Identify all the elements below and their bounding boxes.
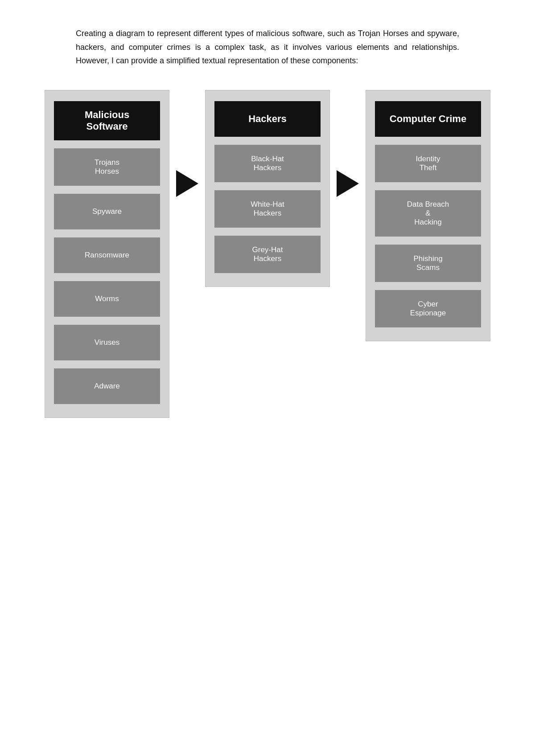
arrow-icon-2 xyxy=(337,170,359,197)
item-black-hat-hackers: Black-HatHackers xyxy=(214,145,321,182)
item-data-breach-hacking: Data Breach&Hacking xyxy=(375,190,481,237)
intro-paragraph: Creating a diagram to represent differen… xyxy=(76,27,459,68)
arrow-2 xyxy=(330,90,366,197)
arrow-icon-1 xyxy=(176,170,198,197)
item-worms: Worms xyxy=(54,281,160,317)
item-ransomware: Ransomware xyxy=(54,237,160,273)
computer-crime-column: Computer Crime IdentityTheft Data Breach… xyxy=(366,90,490,341)
hackers-column: Hackers Black-HatHackers White-HatHacker… xyxy=(205,90,330,287)
item-adware: Adware xyxy=(54,368,160,404)
item-phishing-scams: PhishingScams xyxy=(375,245,481,282)
malicious-software-header: MaliciousSoftware xyxy=(54,101,160,140)
item-identity-theft: IdentityTheft xyxy=(375,145,481,182)
item-grey-hat-hackers: Grey-HatHackers xyxy=(214,236,321,273)
hackers-header: Hackers xyxy=(214,101,321,137)
item-trojans-horses: TrojansHorses xyxy=(54,148,160,186)
arrow-1 xyxy=(169,90,205,197)
malicious-software-column: MaliciousSoftware TrojansHorses Spyware … xyxy=(45,90,169,418)
diagram: MaliciousSoftware TrojansHorses Spyware … xyxy=(36,90,499,418)
item-spyware: Spyware xyxy=(54,194,160,229)
item-cyber-espionage: CyberEspionage xyxy=(375,290,481,327)
item-white-hat-hackers: White-HatHackers xyxy=(214,190,321,228)
computer-crime-header: Computer Crime xyxy=(375,101,481,137)
item-viruses: Viruses xyxy=(54,325,160,360)
